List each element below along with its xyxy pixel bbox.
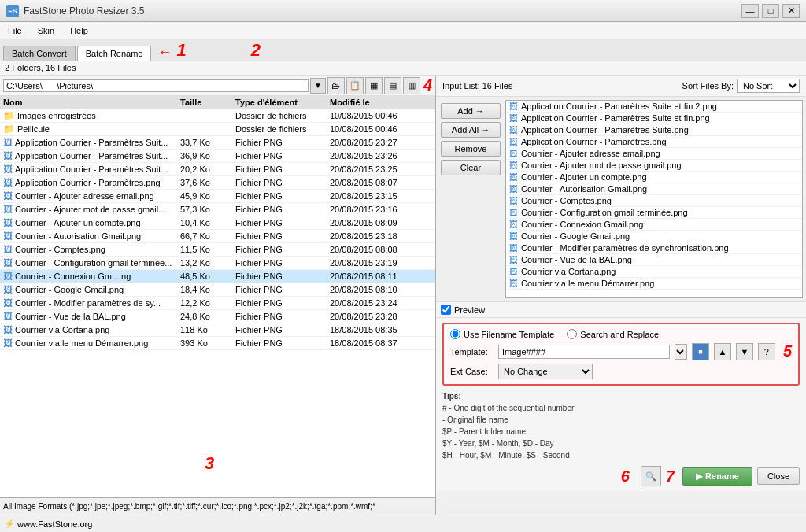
list-item[interactable]: 🖼Courrier via le menu Démarrer.png 393 K… [0,337,435,350]
file-icon: 🖼 [509,267,518,276]
col-size: Taille [180,98,235,107]
col-modified: Modifié le [330,98,432,107]
add-button[interactable]: Add → [441,103,501,119]
path-browse-button[interactable]: ▼ [310,78,326,94]
toolbar-icon-4[interactable]: ▤ [384,77,401,94]
menu-file[interactable]: File [3,25,27,36]
template-btn-help[interactable]: ? [758,343,775,360]
image-icon: 🖼 [3,284,13,295]
toolbar-icon-2[interactable]: 📋 [346,77,364,94]
minimize-button[interactable]: — [741,4,759,18]
file-count: 2 Folders, 16 Files [5,63,76,72]
input-list-item[interactable]: 🖼Courrier - Ajouter adresse email.png [506,148,802,160]
input-list-item[interactable]: 🖼Courrier - Configuration gmail terminée… [506,207,802,219]
list-item[interactable]: 🖼Courrier - Vue de la BAL.png 24,8 Ko Fi… [0,310,435,323]
search-and-replace-radio[interactable]: Search and Replace [567,329,659,339]
clear-button[interactable]: Clear [441,160,501,175]
file-list-header: Nom Taille Type d'élément Modifié le [0,96,435,109]
input-list-item[interactable]: 🖼Courrier - Google Gmail.png [506,231,802,242]
template-btn-blue[interactable]: ■ [692,343,709,360]
list-item[interactable]: 🖼Courrier - Ajouter adresse email.png 45… [0,190,435,203]
toolbar-icon-3[interactable]: ▦ [365,77,383,94]
close-window-button[interactable]: ✕ [782,4,800,18]
path-input[interactable] [3,79,309,92]
template-select[interactable] [675,344,687,360]
remove-button[interactable]: Remove [441,141,501,157]
extcase-select[interactable]: No Change [498,364,593,379]
arrow-annotation-1: ← [157,44,172,61]
template-btn-down[interactable]: ▼ [736,343,753,360]
input-list-item[interactable]: 🖼Application Courrier - Pamarètres Suite… [506,101,802,113]
template-btn-up[interactable]: ▲ [714,343,731,360]
list-item[interactable]: 📁Pellicule Dossier de fichiers 10/08/201… [0,123,435,136]
image-icon: 🖼 [3,297,13,308]
list-item[interactable]: 🖼Application Courrier - Paramètres Suit.… [0,136,435,150]
right-panel: Input List: 16 Files Sort Files By: No S… [436,76,806,515]
input-list-item[interactable]: 🖼Courrier via le menu Démarrer.png [506,278,802,290]
maximize-button[interactable]: □ [762,4,779,18]
input-list-item[interactable]: 🖼Courrier via Cortana.png [506,266,802,278]
tab-batch-rename[interactable]: Batch Rename [77,46,152,61]
add-all-button[interactable]: Add All → [441,122,501,138]
list-item[interactable]: 📁Images enregistrées Dossier de fichiers… [0,109,435,123]
number-annotation-4: 4 [423,76,432,94]
list-item[interactable]: 🖼Courrier - Connexion Gm....ng 48,5 Ko F… [0,270,435,283]
list-item[interactable]: 🖼Application Courrier - Paramètres Suit.… [0,150,435,163]
preview-checkbox[interactable] [441,305,451,315]
use-filename-template-radio[interactable]: Use Filename Template [450,329,554,339]
input-list-item[interactable]: 🖼Application Courrier - Pamarètres Suite… [506,113,802,124]
file-icon: 🖼 [509,102,518,111]
close-button[interactable]: Close [757,467,800,485]
menu-bar: File Skin Help [0,22,806,39]
input-file-list[interactable]: 🖼Application Courrier - Pamarètres Suite… [505,100,803,298]
tip-line-2: - Original file name [442,414,800,426]
rename-button[interactable]: ▶ Rename [682,467,752,486]
input-list-item[interactable]: 🖼Application Courrier - Pamarètres Suite… [506,124,802,136]
file-icon: 🖼 [509,125,518,135]
list-item[interactable]: 🖼Application Courrier - Paramètres Suit.… [0,163,435,176]
tab-batch-convert[interactable]: Batch Convert [3,46,76,61]
toolbar-icon-5[interactable]: ▥ [403,77,420,94]
tip-line-5: $H - Hour, $M - Minute, $S - Second [442,449,800,461]
tab-bar: Batch Convert Batch Rename ← 1 2 [0,39,806,61]
image-icon: 🖼 [3,271,13,282]
input-list-item[interactable]: 🖼Courrier - Comptes.png [506,195,802,207]
toolbar-icon-1[interactable]: 🗁 [327,77,345,94]
list-item[interactable]: 🖼Application Courrier - Paramètres.png 3… [0,176,435,190]
list-item[interactable]: 🖼Courrier - Configuration gmail terminée… [0,257,435,270]
image-icon: 🖼 [3,338,13,349]
list-item[interactable]: 🖼Courrier - Ajouter mot de passe gmail..… [0,203,435,216]
input-list-item[interactable]: 🖼Courrier - Vue de la BAL.png [506,254,802,266]
input-list-item[interactable]: 🖼Courrier - Connexion Gmail.png [506,219,802,231]
template-input[interactable] [498,345,670,359]
search-action-button[interactable]: 🔍 [641,466,661,486]
menu-help[interactable]: Help [65,25,93,36]
list-item[interactable]: 🖼Courrier - Google Gmail.png 18,4 Ko Fic… [0,283,435,297]
input-list-item[interactable]: 🖼Courrier - Modifier paramètres de synch… [506,242,802,254]
input-list-item[interactable]: 🖼Courrier - Ajouter un compte.png [506,172,802,183]
image-icon: 🖼 [3,311,13,322]
bottom-bar: ⚡ www.FastStone.org [0,515,806,532]
number-annotation-1: 1 [176,40,186,61]
list-item[interactable]: 🖼Courrier - Autorisation Gmail.png 66,7 … [0,230,435,243]
image-icon: 🖼 [3,244,13,255]
list-item[interactable]: 🖼Courrier - Comptes.png 11,5 Ko Fichier … [0,243,435,257]
image-icon: 🖼 [3,164,13,175]
col-name: Nom [3,98,180,107]
list-item[interactable]: 🖼Courrier - Modifier paramètres de sy...… [0,297,435,310]
input-list-item[interactable]: 🖼Application Courrier - Pamarètres.png [506,136,802,148]
file-icon: 🖼 [509,279,518,288]
list-item[interactable]: 🖼Courrier - Ajouter un compte.png 10,4 K… [0,216,435,230]
fs-logo-icon: ⚡ [5,519,14,528]
tips-header: Tips: [442,392,461,401]
file-icon: 🖼 [509,243,518,253]
input-list-item[interactable]: 🖼Courrier - Ajouter mot de passe gmail.p… [506,160,802,172]
sort-select[interactable]: No Sort [737,79,800,93]
input-list-item[interactable]: 🖼Courrier - Autorisation Gmail.png [506,183,802,195]
file-list[interactable]: Nom Taille Type d'élément Modifié le 📁Im… [0,96,435,497]
rename-btn-label: Rename [705,471,739,481]
list-item[interactable]: 🖼Courrier via Cortana.png 118 Ko Fichier… [0,323,435,337]
menu-skin[interactable]: Skin [33,25,59,36]
action-row: 6 🔍 7 ▶ Rename Close [442,466,800,486]
number-annotation-5: 5 [783,342,792,360]
